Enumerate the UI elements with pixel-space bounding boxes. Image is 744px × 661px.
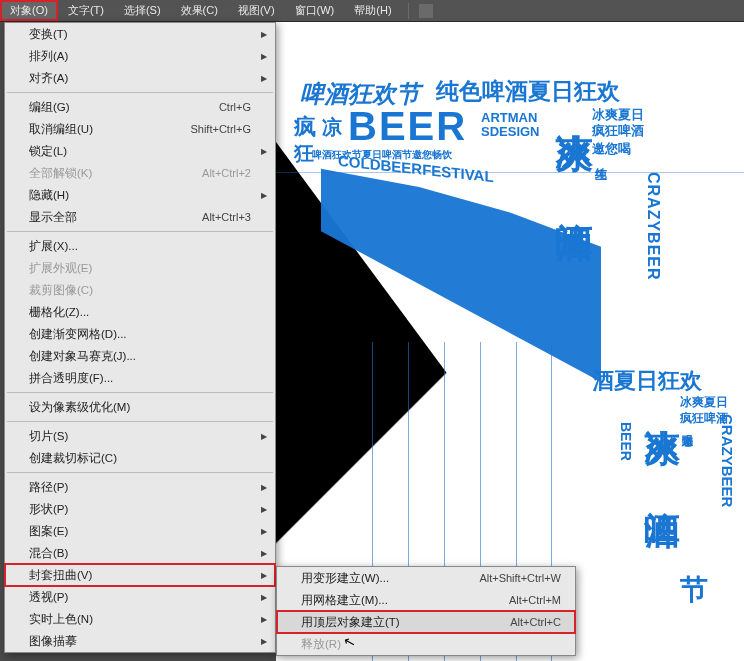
menu-item-label: 设为像素级优化(M) xyxy=(29,400,130,415)
art-text: ARTMAN xyxy=(481,110,537,125)
art-text: 冰爽夏日 xyxy=(680,394,728,411)
menu-item-label: 取消编组(U) xyxy=(29,122,93,137)
doc-toggle-icon[interactable] xyxy=(419,4,433,18)
menu-item[interactable]: 变换(T) xyxy=(5,23,275,45)
menu-separator xyxy=(7,421,273,422)
menu-item-label: 栅格化(Z)... xyxy=(29,305,89,320)
menu-item-label: 全部解锁(K) xyxy=(29,166,92,181)
separator xyxy=(408,3,409,19)
menu-item-label: 创建渐变网格(D)... xyxy=(29,327,127,342)
menu-item[interactable]: 创建裁切标记(C) xyxy=(5,447,275,469)
menu-shortcut: Ctrl+G xyxy=(219,101,251,113)
menu-separator xyxy=(7,472,273,473)
menu-item[interactable]: 创建对象马赛克(J)... xyxy=(5,345,275,367)
menu-item[interactable]: 创建渐变网格(D)... xyxy=(5,323,275,345)
menu-item[interactable]: 锁定(L) xyxy=(5,140,275,162)
menu-item: 释放(R) xyxy=(277,633,575,655)
menu-view[interactable]: 视图(V) xyxy=(228,0,285,21)
menu-item-label: 图案(E) xyxy=(29,524,68,539)
menu-item: 全部解锁(K)Alt+Ctrl+2 xyxy=(5,162,275,184)
menu-window[interactable]: 窗口(W) xyxy=(285,0,345,21)
menu-item-label: 显示全部 xyxy=(29,210,77,225)
menu-item[interactable]: 混合(B) xyxy=(5,542,275,564)
art-text: 疯狂啤酒 xyxy=(592,122,644,140)
menu-item[interactable]: 用变形建立(W)...Alt+Shift+Ctrl+W xyxy=(277,567,575,589)
menu-item-label: 变换(T) xyxy=(29,27,68,42)
art-text: 邀您喝 xyxy=(592,140,631,158)
menu-item[interactable]: 拼合透明度(F)... xyxy=(5,367,275,389)
menubar: 对象(O) 文字(T) 选择(S) 效果(C) 视图(V) 窗口(W) 帮助(H… xyxy=(0,0,744,22)
art-text: SDESIGN xyxy=(481,124,540,139)
envelope-submenu: 用变形建立(W)...Alt+Shift+Ctrl+W用网格建立(M)...Al… xyxy=(276,566,576,656)
menu-item-label: 编组(G) xyxy=(29,100,70,115)
art-text: BEER xyxy=(618,422,634,461)
menu-item-label: 对齐(A) xyxy=(29,71,68,86)
menu-select[interactable]: 选择(S) xyxy=(114,0,171,21)
menu-item-label: 释放(R) xyxy=(301,637,341,652)
menu-item[interactable]: 图像描摹 xyxy=(5,630,275,652)
art-text: 疯 xyxy=(294,112,316,142)
menu-item-label: 扩展外观(E) xyxy=(29,261,92,276)
menu-item[interactable]: 图案(E) xyxy=(5,520,275,542)
menu-shortcut: Alt+Ctrl+3 xyxy=(202,211,251,223)
menu-item[interactable]: 实时上色(N) xyxy=(5,608,275,630)
menu-item-label: 创建裁切标记(C) xyxy=(29,451,117,466)
object-dropdown: 变换(T)排列(A)对齐(A)编组(G)Ctrl+G取消编组(U)Shift+C… xyxy=(4,22,276,653)
menu-item-label: 透视(P) xyxy=(29,590,68,605)
menu-item[interactable]: 用顶层对象建立(T)Alt+Ctrl+C xyxy=(277,611,575,633)
menu-item-label: 图像描摹 xyxy=(29,634,77,649)
menu-item: 扩展外观(E) xyxy=(5,257,275,279)
menu-item[interactable]: 用网格建立(M)...Alt+Ctrl+M xyxy=(277,589,575,611)
menu-item-label: 切片(S) xyxy=(29,429,68,444)
menu-item-label: 用网格建立(M)... xyxy=(301,593,388,608)
menu-object[interactable]: 对象(O) xyxy=(0,0,58,21)
menu-shortcut: Alt+Ctrl+2 xyxy=(202,167,251,179)
menu-item[interactable]: 取消编组(U)Shift+Ctrl+G xyxy=(5,118,275,140)
menu-shortcut: Alt+Shift+Ctrl+W xyxy=(479,572,561,584)
menu-item[interactable]: 显示全部Alt+Ctrl+3 xyxy=(5,206,275,228)
menu-effect[interactable]: 效果(C) xyxy=(171,0,228,21)
menu-item-label: 扩展(X)... xyxy=(29,239,78,254)
menu-item-label: 裁剪图像(C) xyxy=(29,283,93,298)
menu-item-label: 实时上色(N) xyxy=(29,612,93,627)
art-text: CRAZYBEER xyxy=(644,172,662,281)
menu-item[interactable]: 形状(P) xyxy=(5,498,275,520)
menu-item: 裁剪图像(C) xyxy=(5,279,275,301)
menu-item-label: 隐藏(H) xyxy=(29,188,69,203)
menu-help[interactable]: 帮助(H) xyxy=(344,0,401,21)
menu-item-label: 形状(P) xyxy=(29,502,68,517)
menu-item[interactable]: 编组(G)Ctrl+G xyxy=(5,96,275,118)
art-text: 狂 xyxy=(294,140,314,167)
menu-item[interactable]: 设为像素级优化(M) xyxy=(5,396,275,418)
menu-separator xyxy=(7,392,273,393)
art-text: 酒夏日狂欢 xyxy=(592,366,702,396)
menu-shortcut: Alt+Ctrl+C xyxy=(510,616,561,628)
menu-separator xyxy=(7,92,273,93)
art-text: 凉 xyxy=(322,114,342,141)
menu-item[interactable]: 封套扭曲(V) xyxy=(5,564,275,586)
menu-item[interactable]: 隐藏(H) xyxy=(5,184,275,206)
art-text: 纯色啤酒夏日狂欢 xyxy=(436,76,620,107)
menu-shortcut: Alt+Ctrl+M xyxy=(509,594,561,606)
menu-item[interactable]: 扩展(X)... xyxy=(5,235,275,257)
menu-type[interactable]: 文字(T) xyxy=(58,0,114,21)
menu-item[interactable]: 路径(P) xyxy=(5,476,275,498)
art-text: BEER xyxy=(348,104,467,149)
guide xyxy=(276,172,744,173)
menu-item[interactable]: 切片(S) xyxy=(5,425,275,447)
menu-item[interactable]: 对齐(A) xyxy=(5,67,275,89)
menu-item-label: 排列(A) xyxy=(29,49,68,64)
menu-item-label: 混合(B) xyxy=(29,546,68,561)
menu-item-label: 路径(P) xyxy=(29,480,68,495)
art-text: CRAZYBEER xyxy=(719,414,736,507)
menu-item-label: 用变形建立(W)... xyxy=(301,571,389,586)
menu-item-label: 创建对象马赛克(J)... xyxy=(29,349,136,364)
menu-item-label: 用顶层对象建立(T) xyxy=(301,615,400,630)
menu-item-label: 拼合透明度(F)... xyxy=(29,371,113,386)
menu-shortcut: Shift+Ctrl+G xyxy=(190,123,251,135)
menu-separator xyxy=(7,231,273,232)
menu-item[interactable]: 排列(A) xyxy=(5,45,275,67)
menu-item[interactable]: 栅格化(Z)... xyxy=(5,301,275,323)
menu-item[interactable]: 透视(P) xyxy=(5,586,275,608)
menu-item-label: 锁定(L) xyxy=(29,144,67,159)
